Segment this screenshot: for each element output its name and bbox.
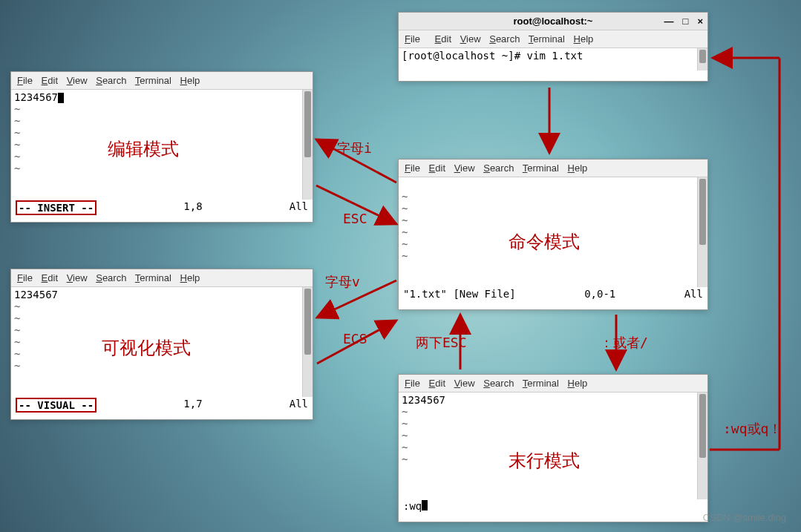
menubar[interactable]: File Edit View Search Terminal Help — [399, 375, 707, 393]
mode-label: 末行模式 — [509, 449, 580, 473]
scroll-pct: All — [290, 398, 308, 413]
tilde: ~ — [402, 430, 408, 441]
menu-edit[interactable]: Edit — [42, 75, 58, 86]
terminal-content[interactable]: [root@localhost ~]# vim 1.txt — [399, 48, 707, 70]
label-ecs: ECS — [343, 331, 367, 347]
menu-file[interactable]: File — [405, 33, 426, 45]
cursor-pos: 0,0-1 — [584, 288, 615, 300]
menu-help[interactable]: Help — [568, 162, 588, 174]
menu-terminal[interactable]: Terminal — [523, 378, 559, 389]
title-text: root@localhost:~ — [514, 16, 593, 27]
menu-view[interactable]: View — [454, 162, 475, 174]
label-wq: :wq或q！ — [723, 420, 782, 438]
cursor-pos: 1,7 — [183, 398, 202, 413]
terminal-window-root: root@localhost:~ — □ × File Edit View Se… — [398, 12, 708, 82]
menu-help[interactable]: Help — [568, 378, 588, 389]
menu-search[interactable]: Search — [483, 162, 514, 174]
menu-terminal[interactable]: Terminal — [529, 33, 565, 45]
tilde: ~ — [14, 162, 20, 174]
menu-file[interactable]: File — [17, 272, 33, 283]
terminal-window-lastline: File Edit View Search Terminal Help 1234… — [398, 374, 708, 522]
mode-label: 可视化模式 — [102, 336, 191, 360]
prompt-text: [root@localhost ~]# vim 1.txt — [402, 50, 583, 62]
mode-indicator: -- VISUAL -- — [16, 398, 97, 413]
tilde: ~ — [14, 360, 20, 372]
scroll-pct: All — [290, 200, 308, 215]
tilde: ~ — [402, 226, 408, 238]
label-colon-slash: ：或者/ — [600, 334, 648, 352]
cursor-pos: 1,8 — [183, 200, 202, 215]
editor-text: 1234567 — [14, 289, 58, 301]
menu-terminal[interactable]: Terminal — [523, 162, 559, 174]
terminal-window-command: File Edit View Search Terminal Help ~ ~ … — [398, 159, 708, 310]
terminal-content[interactable]: 1234567 ~ ~ ~ ~ ~ — [399, 393, 707, 499]
menu-help[interactable]: Help — [180, 75, 200, 86]
menubar[interactable]: File Edit View Search Terminal Help — [11, 72, 313, 90]
tilde: ~ — [14, 301, 20, 312]
cursor-icon — [422, 500, 428, 510]
tilde: ~ — [402, 441, 408, 453]
menu-search[interactable]: Search — [96, 75, 126, 86]
mode-label: 编辑模式 — [108, 137, 179, 161]
menu-search[interactable]: Search — [489, 33, 520, 45]
tilde: ~ — [14, 115, 20, 127]
menu-edit[interactable]: Edit — [42, 272, 58, 283]
menu-help[interactable]: Help — [574, 33, 594, 45]
status-bar: "1.txt" [New File] 0,0-1 All — [399, 287, 707, 301]
maximize-icon[interactable]: □ — [683, 16, 689, 27]
menu-view[interactable]: View — [67, 75, 88, 86]
scrollbar[interactable] — [697, 48, 707, 70]
tilde: ~ — [14, 348, 20, 360]
menu-file[interactable]: File — [17, 75, 33, 86]
tilde: ~ — [402, 406, 408, 418]
terminal-window-visual: File Edit View Search Terminal Help 1234… — [10, 269, 313, 420]
menu-view[interactable]: View — [460, 33, 481, 45]
label-key-v: 字母v — [325, 273, 360, 291]
mode-label: 命令模式 — [509, 230, 580, 254]
close-icon[interactable]: × — [697, 16, 703, 27]
tilde: ~ — [14, 127, 20, 139]
menu-terminal[interactable]: Terminal — [135, 75, 171, 86]
menu-view[interactable]: View — [67, 272, 88, 283]
label-esc: ESC — [343, 211, 367, 226]
menubar[interactable]: File Edit View Search Terminal Help — [399, 30, 707, 48]
cursor-icon — [58, 93, 64, 103]
menu-file[interactable]: File — [405, 378, 420, 389]
scrollbar[interactable] — [302, 90, 313, 200]
editor-text: 1234567 — [402, 394, 445, 406]
menu-help[interactable]: Help — [180, 272, 200, 283]
menubar[interactable]: File Edit View Search Terminal Help — [11, 269, 313, 287]
scrollbar[interactable] — [302, 287, 313, 397]
tilde: ~ — [402, 203, 408, 214]
label-esc-twice: 两下ESC — [416, 334, 467, 352]
menu-edit[interactable]: Edit — [429, 378, 445, 389]
tilde: ~ — [402, 418, 408, 430]
menu-view[interactable]: View — [454, 378, 475, 389]
scroll-pct: All — [684, 288, 703, 300]
menu-search[interactable]: Search — [96, 272, 126, 283]
status-bar: -- VISUAL -- 1,7 All — [11, 397, 313, 413]
menu-search[interactable]: Search — [483, 378, 514, 389]
menu-edit[interactable]: Edit — [435, 33, 451, 45]
tilde: ~ — [14, 336, 20, 348]
command-text: :wq — [403, 500, 422, 512]
tilde: ~ — [14, 103, 20, 115]
menu-terminal[interactable]: Terminal — [135, 272, 171, 283]
status-bar: -- INSERT -- 1,8 All — [11, 200, 313, 216]
terminal-window-edit: File Edit View Search Terminal Help 1234… — [10, 71, 313, 223]
menu-edit[interactable]: Edit — [429, 162, 445, 174]
scrollbar[interactable] — [697, 177, 707, 287]
menubar[interactable]: File Edit View Search Terminal Help — [399, 160, 707, 177]
editor-text: 1234567 — [14, 91, 58, 103]
menu-file[interactable]: File — [405, 162, 420, 174]
tilde: ~ — [14, 312, 20, 324]
tilde: ~ — [14, 324, 20, 336]
tilde: ~ — [402, 191, 408, 203]
tilde: ~ — [402, 238, 408, 250]
mode-indicator: -- INSERT -- — [16, 200, 97, 215]
scrollbar[interactable] — [697, 393, 707, 499]
minimize-icon[interactable]: — — [664, 16, 674, 27]
titlebar[interactable]: root@localhost:~ — □ × — [399, 13, 707, 30]
tilde: ~ — [402, 453, 408, 465]
status-bar: :wq — [399, 499, 707, 513]
